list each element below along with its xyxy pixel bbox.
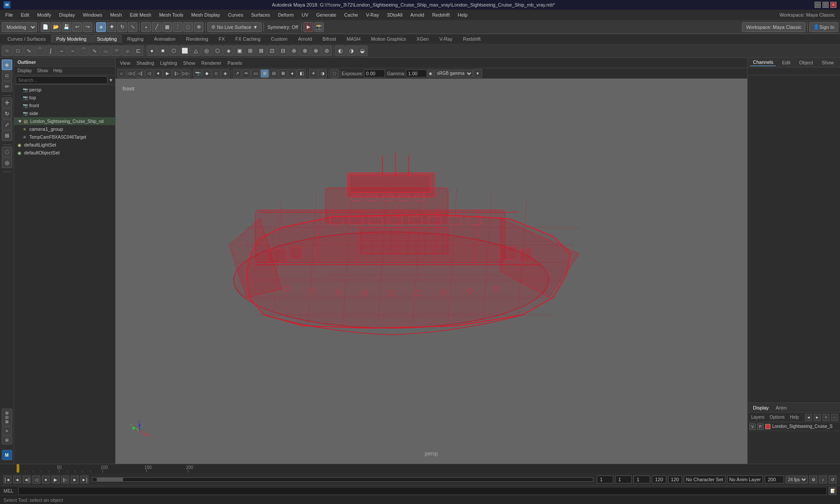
- module-tab-sculpting[interactable]: Sculpting: [92, 35, 122, 43]
- timeline-scroll-thumb[interactable]: [97, 478, 123, 481]
- shelf-extra2[interactable]: ◑: [346, 46, 357, 56]
- display-tab[interactable]: Display: [750, 404, 771, 411]
- rotate-tool-btn[interactable]: ↻: [117, 22, 127, 32]
- module-tab-rendering[interactable]: Rendering: [181, 35, 213, 43]
- vp-view2-btn[interactable]: ⊟: [270, 69, 278, 78]
- shelf-extra3[interactable]: ◒: [357, 46, 368, 56]
- vp-exposure-input[interactable]: [364, 70, 385, 77]
- layer-remove[interactable]: -: [831, 414, 838, 421]
- lasso-tool[interactable]: ⊂: [2, 70, 12, 81]
- layer-playback-btn[interactable]: P: [757, 424, 763, 430]
- frame-start-field[interactable]: [597, 476, 613, 483]
- renderer-menu[interactable]: Renderer: [199, 60, 224, 66]
- expand-ship-icon[interactable]: ▼: [18, 119, 22, 124]
- paint-select-tool[interactable]: ✏: [2, 81, 12, 92]
- shelf-curve8[interactable]: ⌓: [100, 46, 111, 56]
- module-tab-v-ray[interactable]: V-Ray: [434, 35, 457, 43]
- shelf-cylinder[interactable]: ⬡: [168, 46, 179, 56]
- module-tab-mash[interactable]: MASH: [342, 35, 365, 43]
- play-back-btn[interactable]: ◁: [32, 476, 40, 483]
- undo-btn[interactable]: ↩: [72, 22, 82, 32]
- component-select-edge-btn[interactable]: ╱: [152, 22, 161, 32]
- module-tab-redshift[interactable]: Redshift: [458, 35, 485, 43]
- vp-prev-frame-btn[interactable]: ◁◁: [126, 69, 135, 78]
- shelf-cone[interactable]: △: [190, 46, 201, 56]
- tree-item-persp[interactable]: 📷 persp: [14, 86, 115, 94]
- move-tool-btn[interactable]: ✚: [107, 22, 116, 32]
- render-btn[interactable]: ▶: [304, 22, 313, 32]
- vp-view1-btn[interactable]: ⊞: [260, 69, 269, 78]
- frame-current-input[interactable]: [618, 477, 629, 482]
- shelf-poly2[interactable]: ◈: [223, 46, 234, 56]
- vp-select-btn[interactable]: ↗: [233, 69, 242, 78]
- fps-select[interactable]: 24 fps: [786, 476, 808, 483]
- tree-item-front[interactable]: 📷 front: [14, 102, 115, 109]
- edit-tab[interactable]: Edit: [779, 59, 793, 66]
- menu-item-cache[interactable]: Cache: [341, 11, 362, 18]
- component-select-face-btn[interactable]: ▦: [162, 22, 172, 32]
- menu-item-display[interactable]: Display: [56, 11, 78, 18]
- vp-paint-btn[interactable]: ✏: [242, 69, 251, 78]
- layer-nav-right[interactable]: ►: [814, 414, 821, 421]
- panels-menu[interactable]: Panels: [225, 60, 245, 66]
- shelf-surface2[interactable]: ⊡: [267, 46, 277, 56]
- shelf-square[interactable]: □: [13, 46, 23, 56]
- layer-color-swatch[interactable]: [765, 424, 770, 429]
- vp-gamma-input[interactable]: [406, 70, 427, 77]
- menu-item-mesh-tools[interactable]: Mesh Tools: [156, 11, 187, 18]
- frame-end-field[interactable]: [634, 476, 650, 483]
- lighting-menu[interactable]: Lighting: [158, 60, 180, 66]
- open-scene-btn[interactable]: 📂: [51, 22, 61, 32]
- menu-item-file[interactable]: File: [2, 11, 17, 18]
- shelf-curve2[interactable]: ⌒: [35, 46, 45, 56]
- select-tool-left[interactable]: ◈: [2, 60, 12, 70]
- universal-manipulator[interactable]: ⊞: [2, 130, 12, 141]
- menu-item-3dtoall[interactable]: 3DtoAll: [383, 11, 406, 18]
- minimize-button[interactable]: ─: [815, 2, 821, 8]
- max-range-field[interactable]: [765, 476, 784, 483]
- shelf-surface3[interactable]: ⊟: [278, 46, 288, 56]
- attr-editor-btn[interactable]: ⊞: [2, 436, 12, 444]
- shelf-plane[interactable]: ⬜: [179, 46, 190, 56]
- tree-item-camera1[interactable]: ✳ camera1_group: [14, 125, 115, 133]
- playback-settings-btn[interactable]: ⚙: [809, 476, 817, 483]
- go-to-end-btn[interactable]: ►|: [80, 476, 88, 483]
- object-tab[interactable]: Object: [796, 59, 816, 66]
- shelf-torus[interactable]: ◎: [201, 46, 212, 56]
- menu-item-generate[interactable]: Generate: [313, 11, 340, 18]
- options-menu[interactable]: Options: [768, 414, 786, 420]
- shelf-poly1[interactable]: ⬡: [212, 46, 223, 56]
- mel-input[interactable]: [18, 487, 827, 495]
- snap-point-btn[interactable]: ⊕: [194, 22, 203, 32]
- move-tool-left[interactable]: ✛: [2, 98, 12, 108]
- menu-item-mesh[interactable]: Mesh: [107, 11, 126, 18]
- select-tool-btn[interactable]: ◈: [96, 22, 106, 32]
- show-menu[interactable]: Show: [181, 60, 198, 66]
- anim-tab[interactable]: Anim: [773, 404, 789, 411]
- tree-item-objectset[interactable]: ◉ defaultObjectSet: [14, 149, 115, 157]
- outliner-show-menu[interactable]: Show: [35, 68, 50, 74]
- component-select-vertex-btn[interactable]: •: [141, 22, 151, 32]
- shelf-curve10[interactable]: ⌕: [122, 46, 133, 56]
- shelf-deform3[interactable]: ⊘: [322, 46, 332, 56]
- display-layer-btn[interactable]: ⊞⊟⊠: [2, 409, 12, 426]
- view-menu[interactable]: View: [117, 60, 133, 66]
- scale-tool-left[interactable]: ⤢: [2, 119, 12, 130]
- tree-item-top[interactable]: 📷 top: [14, 94, 115, 102]
- shading-menu[interactable]: Shading: [134, 60, 157, 66]
- rotate-tool-left[interactable]: ↻: [2, 108, 12, 119]
- vp-colorspace-select[interactable]: sRGB gamma: [434, 70, 473, 77]
- vp-home-btn[interactable]: ⌂: [117, 69, 126, 78]
- play-fwd-btn[interactable]: ▶: [52, 476, 60, 483]
- menu-item-deform[interactable]: Deform: [274, 11, 297, 18]
- module-tab-fx[interactable]: FX: [214, 35, 230, 43]
- save-scene-btn[interactable]: 💾: [62, 22, 71, 32]
- help-menu-layer[interactable]: Help: [788, 414, 801, 420]
- no-anim-layer-label[interactable]: No Anim Layer: [727, 476, 763, 483]
- menu-item-edit-mesh[interactable]: Edit Mesh: [126, 11, 155, 18]
- module-tab-rigging[interactable]: Rigging: [122, 35, 148, 43]
- menu-item-surfaces[interactable]: Surfaces: [248, 11, 273, 18]
- maximize-button[interactable]: □: [822, 2, 829, 8]
- shelf-deform1[interactable]: ⊕: [300, 46, 310, 56]
- menu-item-edit[interactable]: Edit: [18, 11, 33, 18]
